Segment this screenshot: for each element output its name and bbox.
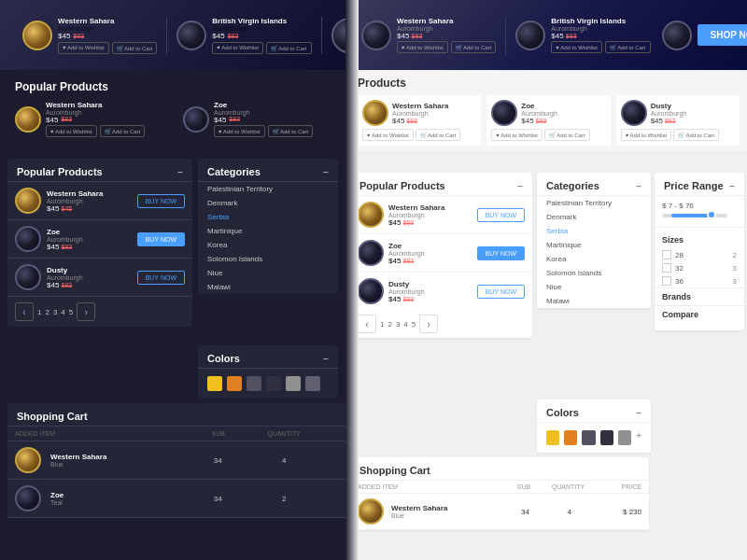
prod-cart-2-light[interactable]: 🛒 Add to Cart [544, 129, 590, 141]
page-1-dark[interactable]: 1 [37, 308, 41, 316]
price-slider-track[interactable] [662, 214, 727, 217]
page-2-dark[interactable]: 2 [45, 308, 49, 316]
prod-cart-3-light[interactable]: 🛒 Add to Cart [673, 129, 719, 141]
size-check-36[interactable] [662, 276, 671, 286]
collapse-icon-popular-light[interactable]: − [517, 181, 523, 191]
l-page-2[interactable]: 2 [388, 320, 391, 329]
hero-light-name-2: British Virgin Islands [551, 17, 650, 25]
l-swatch-dark[interactable] [582, 430, 595, 445]
strip-cart-2[interactable]: 🛒 Add to Cart [268, 125, 314, 137]
swatch-gray[interactable] [286, 376, 301, 391]
prod-card-1: Western Sahara Auromburgh $45 $83 ♥ Add … [358, 95, 481, 146]
buy-now-btn-1[interactable]: BUY NOW [137, 194, 185, 208]
l-swatch-yellow[interactable] [546, 430, 559, 445]
prod-wish-2-light[interactable]: ♥ Add to Wishlist [491, 129, 543, 141]
light-prod-price-1: $45 $83 [388, 218, 472, 227]
prod-card-3: Dusty Auromburgh $45 $83 ♥ Add to Wishli… [616, 95, 740, 146]
cat-item-3[interactable]: Serbia [198, 210, 338, 224]
light-prod-sub-1: Auromburgh [388, 212, 472, 218]
l-swatch-darker[interactable] [600, 430, 613, 445]
dark-panel: Western Sahara Auromburgh $45 $83 ♥ Add … [0, 0, 392, 560]
swatch-medgray[interactable] [305, 376, 320, 391]
collapse-icon-categories[interactable]: − [323, 167, 329, 177]
next-page-dark[interactable]: › [77, 302, 95, 321]
shopping-cart-light: Shopping Cart ADDED ITEM SUB QUANTITY PR… [350, 457, 649, 530]
l-swatch-orange[interactable] [564, 430, 577, 445]
size-check-32[interactable] [662, 263, 671, 273]
prev-page-dark[interactable]: ‹ [15, 302, 34, 321]
l-cat-8[interactable]: Malawi [537, 294, 651, 308]
l-cat-4[interactable]: Martinique [537, 238, 651, 252]
prod-wish-1-light[interactable]: ♥ Add to Wishlist [362, 129, 414, 141]
l-cat-2[interactable]: Denmark [537, 210, 651, 224]
l-swatch-gray[interactable] [618, 430, 631, 445]
hero-cart-btn-1[interactable]: 🛒 Add to Cart [112, 42, 158, 54]
size-check-28[interactable] [662, 250, 671, 259]
cat-item-7[interactable]: Niue [198, 266, 338, 280]
hero-l-cart-1[interactable]: 🛒 Add to Cart [451, 41, 497, 53]
prod-cart-1-light[interactable]: 🛒 Add to Cart [416, 129, 461, 141]
l-page-4[interactable]: 4 [403, 320, 407, 329]
cat-item-5[interactable]: Korea [198, 238, 338, 252]
prod-watch-2-light [491, 100, 517, 126]
light-buy-2[interactable]: BUY NOW [477, 246, 525, 260]
page-4-dark[interactable]: 4 [61, 308, 64, 316]
prod-wish-3-light[interactable]: ♥ Add to Wishlist [621, 129, 672, 141]
buy-now-btn-3[interactable]: BUY NOW [137, 271, 185, 285]
cat-item-6[interactable]: Solomon Islands [198, 252, 338, 266]
collapse-icon-colors[interactable]: − [323, 354, 329, 364]
mid-sub-3: Auromburgh [47, 274, 132, 281]
cat-item-1[interactable]: Palestinian Territory [198, 182, 338, 196]
light-prod-name-1: Western Sahara [388, 203, 472, 212]
light-buy-1[interactable]: BUY NOW [477, 208, 525, 222]
l-col-qty: QUANTITY [545, 483, 592, 490]
prev-page-light[interactable]: ‹ [358, 315, 376, 333]
l-page-3[interactable]: 3 [396, 320, 400, 329]
swatch-orange[interactable] [227, 376, 242, 391]
l-cat-6[interactable]: Solomon Islands [537, 266, 651, 280]
hero-l-wish-1[interactable]: ♥ Add to Wishlist [397, 41, 448, 53]
collapse-icon-cat-light[interactable]: − [636, 181, 641, 191]
cat-item-4[interactable]: Martinique [198, 224, 338, 238]
collapse-icon-colors-light[interactable]: − [636, 408, 641, 418]
swatch-yellow[interactable] [207, 376, 222, 391]
collapse-icon-price[interactable]: − [729, 181, 735, 191]
l-cat-1[interactable]: Palestinian Territory [537, 196, 651, 210]
strip-cart-1[interactable]: 🛒 Add to Cart [100, 125, 146, 137]
swatch-darkgray[interactable] [247, 376, 261, 391]
shop-now-btn[interactable]: SHOP NOW [698, 24, 747, 46]
slider-handle[interactable] [707, 210, 716, 219]
page-3-dark[interactable]: 3 [53, 308, 57, 316]
hero-wishlist-btn-2[interactable]: ♥ Add to Wishlist [212, 42, 263, 54]
light-prod-sub-3: Auromburgh [388, 288, 472, 295]
cat-item-2[interactable]: Denmark [198, 196, 338, 210]
prod-watch-1-light [362, 100, 388, 126]
size-label-36: 36 [675, 277, 684, 286]
l-col-price: PRICE [595, 483, 641, 490]
hero-product-name-1: Western Sahara [58, 17, 157, 25]
products-strip-light: Western Sahara Auromburgh $45 $83 ♥ Add … [358, 95, 740, 146]
l-cat-3[interactable]: Serbia [537, 224, 651, 238]
swatch-darker[interactable] [266, 376, 281, 391]
strip-wishlist-1[interactable]: ♥ Add to Wishlist [46, 125, 97, 137]
mid-watch-1 [15, 188, 41, 214]
light-buy-3[interactable]: BUY NOW [477, 285, 525, 299]
l-page-5[interactable]: 5 [412, 320, 416, 329]
colors-more-btn[interactable]: + [636, 430, 641, 445]
prod-name-1-light: Western Sahara [392, 102, 448, 110]
l-cat-5[interactable]: Korea [537, 252, 651, 266]
l-cat-7[interactable]: Niue [537, 280, 651, 294]
collapse-icon-popular[interactable]: − [177, 167, 183, 177]
hero-wishlist-btn-1[interactable]: ♥ Add to Wishlist [58, 42, 109, 54]
cat-item-8[interactable]: Malawi [198, 280, 338, 294]
hero-cart-btn-2[interactable]: 🛒 Add to Cart [266, 42, 312, 54]
buy-now-btn-2[interactable]: BUY NOW [137, 232, 185, 246]
page-5-dark[interactable]: 5 [69, 308, 73, 316]
l-page-1[interactable]: 1 [380, 320, 384, 329]
hero-product-1: Western Sahara Auromburgh $45 $83 ♥ Add … [22, 17, 157, 54]
next-page-light[interactable]: › [419, 315, 438, 333]
hero-l-wish-2[interactable]: ♥ Add to Wishlist [551, 41, 602, 53]
strip-wishlist-2[interactable]: ♥ Add to Wishlist [214, 125, 265, 137]
prod-sub-2-light: Auromburgh [521, 110, 557, 117]
hero-l-cart-2[interactable]: 🛒 Add to Cart [605, 41, 651, 53]
